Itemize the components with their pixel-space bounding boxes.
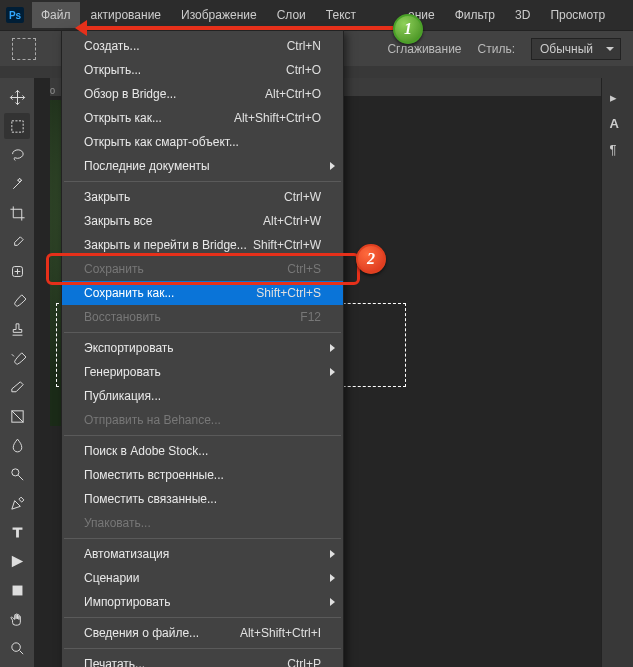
menu-item: СохранитьCtrl+S bbox=[62, 257, 343, 281]
menu-item: ВосстановитьF12 bbox=[62, 305, 343, 329]
wand-tool[interactable] bbox=[4, 171, 30, 197]
menu-item: Упаковать... bbox=[62, 511, 343, 535]
menu-item[interactable]: Автоматизация bbox=[62, 542, 343, 566]
menu-item[interactable]: Открыть...Ctrl+O bbox=[62, 58, 343, 82]
healing-tool[interactable] bbox=[4, 258, 30, 284]
callout-1: 1 bbox=[393, 14, 423, 44]
menu-item[interactable]: Экспортировать bbox=[62, 336, 343, 360]
dodge-tool[interactable] bbox=[4, 461, 30, 487]
menu-item[interactable]: Закрыть и перейти в Bridge...Shift+Ctrl+… bbox=[62, 233, 343, 257]
panel-icon[interactable]: ▸ bbox=[610, 90, 626, 106]
menu-item[interactable]: Создать...Ctrl+N bbox=[62, 34, 343, 58]
menu-item[interactable]: Поиск в Adobe Stock... bbox=[62, 439, 343, 463]
callout-2: 2 bbox=[356, 244, 386, 274]
menu-3d[interactable]: 3D bbox=[506, 2, 539, 28]
menu-edit[interactable]: актирование bbox=[82, 2, 171, 28]
annotation-arrow bbox=[83, 26, 393, 30]
path-tool[interactable] bbox=[4, 548, 30, 574]
svg-point-5 bbox=[11, 642, 19, 651]
blur-tool[interactable] bbox=[4, 432, 30, 458]
marquee-tool[interactable] bbox=[4, 113, 30, 139]
zoom-tool[interactable] bbox=[4, 635, 30, 661]
tool-preview-icon[interactable] bbox=[12, 38, 36, 60]
panel-a-icon[interactable]: A bbox=[610, 116, 626, 132]
menu-image[interactable]: Изображение bbox=[172, 2, 266, 28]
menu-item[interactable]: Открыть как смарт-объект... bbox=[62, 130, 343, 154]
file-menu-dropdown: Создать...Ctrl+NОткрыть...Ctrl+OОбзор в … bbox=[61, 30, 344, 667]
panel-para-icon[interactable]: ¶ bbox=[610, 142, 626, 158]
menu-item[interactable]: ЗакрытьCtrl+W bbox=[62, 185, 343, 209]
history-brush-tool[interactable] bbox=[4, 345, 30, 371]
crop-tool[interactable] bbox=[4, 200, 30, 226]
eyedropper-tool[interactable] bbox=[4, 229, 30, 255]
menu-type[interactable]: Текст bbox=[317, 2, 365, 28]
gradient-tool[interactable] bbox=[4, 403, 30, 429]
lasso-tool[interactable] bbox=[4, 142, 30, 168]
tools-panel bbox=[0, 78, 34, 667]
menu-item[interactable]: Сохранить как...Shift+Ctrl+S bbox=[62, 281, 343, 305]
move-tool[interactable] bbox=[4, 84, 30, 110]
brush-tool[interactable] bbox=[4, 287, 30, 313]
menu-layer[interactable]: Слои bbox=[268, 2, 315, 28]
right-panels: ▸ A ¶ bbox=[601, 78, 633, 667]
hand-tool[interactable] bbox=[4, 606, 30, 632]
menu-item[interactable]: Последние документы bbox=[62, 154, 343, 178]
ps-logo: Ps bbox=[6, 7, 24, 23]
svg-point-3 bbox=[11, 468, 18, 475]
menu-file[interactable]: Файл bbox=[32, 2, 80, 28]
menu-item: Отправить на Behance... bbox=[62, 408, 343, 432]
menu-view[interactable]: Просмотр bbox=[541, 2, 614, 28]
rect-tool[interactable] bbox=[4, 577, 30, 603]
menu-item[interactable]: Открыть как...Alt+Shift+Ctrl+O bbox=[62, 106, 343, 130]
menu-item[interactable]: Импортировать bbox=[62, 590, 343, 614]
ruler-mark: 0 bbox=[50, 86, 55, 96]
svg-rect-0 bbox=[11, 120, 22, 131]
style-label: Стиль: bbox=[478, 42, 515, 56]
menu-item[interactable]: Сведения о файле...Alt+Shift+Ctrl+I bbox=[62, 621, 343, 645]
pen-tool[interactable] bbox=[4, 490, 30, 516]
menu-item[interactable]: Поместить встроенные... bbox=[62, 463, 343, 487]
stamp-tool[interactable] bbox=[4, 316, 30, 342]
type-tool[interactable] bbox=[4, 519, 30, 545]
eraser-tool[interactable] bbox=[4, 374, 30, 400]
menu-item[interactable]: Сценарии bbox=[62, 566, 343, 590]
menu-item[interactable]: Обзор в Bridge...Alt+Ctrl+O bbox=[62, 82, 343, 106]
antialias-label: Сглаживание bbox=[387, 42, 461, 56]
menu-item[interactable]: Поместить связанные... bbox=[62, 487, 343, 511]
style-dropdown[interactable]: Обычный bbox=[531, 38, 621, 60]
menu-item[interactable]: Печатать...Ctrl+P bbox=[62, 652, 343, 667]
menu-item[interactable]: Генерировать bbox=[62, 360, 343, 384]
menu-filter[interactable]: Фильтр bbox=[446, 2, 504, 28]
svg-rect-4 bbox=[12, 585, 22, 595]
menu-item[interactable]: Закрыть всеAlt+Ctrl+W bbox=[62, 209, 343, 233]
menu-item[interactable]: Публикация... bbox=[62, 384, 343, 408]
